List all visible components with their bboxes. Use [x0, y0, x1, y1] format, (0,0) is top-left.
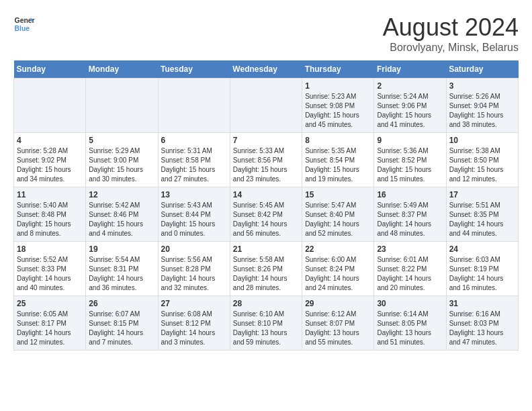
calendar-cell: 23Sunrise: 6:01 AM Sunset: 8:22 PM Dayli… — [374, 242, 446, 296]
day-info: Sunrise: 5:45 AM Sunset: 8:42 PM Dayligh… — [233, 201, 299, 238]
title-block: August 2024 Borovlyany, Minsk, Belarus — [383, 13, 519, 54]
calendar-cell: 20Sunrise: 5:56 AM Sunset: 8:28 PM Dayli… — [158, 242, 230, 296]
day-info: Sunrise: 5:43 AM Sunset: 8:44 PM Dayligh… — [161, 201, 227, 238]
calendar-week-3: 11Sunrise: 5:40 AM Sunset: 8:48 PM Dayli… — [14, 187, 519, 242]
calendar-cell: 27Sunrise: 6:08 AM Sunset: 8:12 PM Dayli… — [158, 296, 230, 351]
day-info: Sunrise: 5:29 AM Sunset: 9:00 PM Dayligh… — [89, 146, 154, 184]
day-info: Sunrise: 5:47 AM Sunset: 8:40 PM Dayligh… — [305, 201, 371, 238]
day-info: Sunrise: 6:14 AM Sunset: 8:05 PM Dayligh… — [377, 310, 443, 347]
calendar-cell: 7Sunrise: 5:33 AM Sunset: 8:56 PM Daylig… — [230, 133, 302, 187]
day-info: Sunrise: 5:31 AM Sunset: 8:58 PM Dayligh… — [161, 146, 227, 184]
calendar-cell: 30Sunrise: 6:14 AM Sunset: 8:05 PM Dayli… — [374, 296, 446, 351]
day-info: Sunrise: 6:07 AM Sunset: 8:15 PM Dayligh… — [89, 310, 154, 347]
calendar-week-1: 1Sunrise: 5:23 AM Sunset: 9:08 PM Daylig… — [14, 79, 519, 133]
page-header: General Blue August 2024 Borovlyany, Min… — [13, 13, 519, 54]
day-info: Sunrise: 5:42 AM Sunset: 8:46 PM Dayligh… — [89, 201, 154, 238]
calendar-cell: 3Sunrise: 5:26 AM Sunset: 9:04 PM Daylig… — [446, 79, 518, 133]
calendar-cell: 6Sunrise: 5:31 AM Sunset: 8:58 PM Daylig… — [158, 133, 230, 187]
calendar-cell: 2Sunrise: 5:24 AM Sunset: 9:06 PM Daylig… — [374, 79, 446, 133]
calendar-cell: 14Sunrise: 5:45 AM Sunset: 8:42 PM Dayli… — [230, 187, 302, 242]
calendar-cell — [14, 79, 86, 133]
calendar-cell — [230, 79, 302, 133]
day-number: 5 — [89, 136, 154, 145]
day-info: Sunrise: 5:24 AM Sunset: 9:06 PM Dayligh… — [377, 92, 443, 130]
calendar-cell: 11Sunrise: 5:40 AM Sunset: 8:48 PM Dayli… — [14, 187, 86, 242]
day-info: Sunrise: 6:05 AM Sunset: 8:17 PM Dayligh… — [17, 310, 83, 347]
weekday-header-tuesday: Tuesday — [158, 60, 230, 79]
day-number: 13 — [161, 190, 227, 199]
calendar-cell: 5Sunrise: 5:29 AM Sunset: 9:00 PM Daylig… — [86, 133, 158, 187]
day-number: 10 — [449, 136, 515, 145]
day-number: 19 — [89, 244, 154, 254]
day-info: Sunrise: 5:28 AM Sunset: 9:02 PM Dayligh… — [17, 146, 83, 184]
day-number: 9 — [377, 136, 443, 145]
calendar-week-2: 4Sunrise: 5:28 AM Sunset: 9:02 PM Daylig… — [14, 133, 519, 187]
calendar-cell: 4Sunrise: 5:28 AM Sunset: 9:02 PM Daylig… — [14, 133, 86, 187]
svg-text:Blue: Blue — [15, 25, 30, 32]
day-number: 31 — [449, 299, 515, 308]
day-info: Sunrise: 5:54 AM Sunset: 8:31 PM Dayligh… — [89, 255, 154, 293]
calendar-cell: 16Sunrise: 5:49 AM Sunset: 8:37 PM Dayli… — [374, 187, 446, 242]
day-info: Sunrise: 6:03 AM Sunset: 8:19 PM Dayligh… — [449, 255, 515, 293]
day-number: 30 — [377, 299, 443, 308]
day-info: Sunrise: 5:35 AM Sunset: 8:54 PM Dayligh… — [305, 146, 371, 184]
day-number: 2 — [377, 81, 443, 91]
calendar-cell: 31Sunrise: 6:16 AM Sunset: 8:03 PM Dayli… — [446, 296, 518, 351]
day-number: 7 — [233, 136, 299, 145]
day-number: 29 — [305, 299, 371, 308]
day-info: Sunrise: 5:52 AM Sunset: 8:33 PM Dayligh… — [17, 255, 83, 293]
day-info: Sunrise: 5:38 AM Sunset: 8:50 PM Dayligh… — [449, 146, 515, 184]
day-info: Sunrise: 6:01 AM Sunset: 8:22 PM Dayligh… — [377, 255, 443, 293]
day-number: 4 — [17, 136, 83, 145]
calendar-cell: 15Sunrise: 5:47 AM Sunset: 8:40 PM Dayli… — [302, 187, 374, 242]
day-number: 6 — [161, 136, 227, 145]
day-info: Sunrise: 5:49 AM Sunset: 8:37 PM Dayligh… — [377, 201, 443, 238]
weekday-header-sunday: Sunday — [14, 60, 86, 79]
weekday-header-row: SundayMondayTuesdayWednesdayThursdayFrid… — [14, 60, 519, 79]
calendar-cell: 10Sunrise: 5:38 AM Sunset: 8:50 PM Dayli… — [446, 133, 518, 187]
calendar-cell: 8Sunrise: 5:35 AM Sunset: 8:54 PM Daylig… — [302, 133, 374, 187]
calendar-cell: 17Sunrise: 5:51 AM Sunset: 8:35 PM Dayli… — [446, 187, 518, 242]
day-number: 20 — [161, 244, 227, 254]
day-info: Sunrise: 5:56 AM Sunset: 8:28 PM Dayligh… — [161, 255, 227, 293]
calendar-cell — [158, 79, 230, 133]
calendar-cell: 24Sunrise: 6:03 AM Sunset: 8:19 PM Dayli… — [446, 242, 518, 296]
subtitle: Borovlyany, Minsk, Belarus — [383, 42, 519, 54]
day-number: 27 — [161, 299, 227, 308]
logo: General Blue — [13, 13, 35, 35]
day-info: Sunrise: 5:23 AM Sunset: 9:08 PM Dayligh… — [305, 92, 371, 130]
weekday-header-thursday: Thursday — [302, 60, 374, 79]
day-number: 22 — [305, 244, 371, 254]
main-title: August 2024 — [383, 13, 519, 42]
day-number: 3 — [449, 81, 515, 91]
day-number: 1 — [305, 81, 371, 91]
calendar-cell: 28Sunrise: 6:10 AM Sunset: 8:10 PM Dayli… — [230, 296, 302, 351]
day-info: Sunrise: 5:26 AM Sunset: 9:04 PM Dayligh… — [449, 92, 515, 130]
calendar-cell: 25Sunrise: 6:05 AM Sunset: 8:17 PM Dayli… — [14, 296, 86, 351]
day-number: 11 — [17, 190, 83, 199]
day-info: Sunrise: 5:58 AM Sunset: 8:26 PM Dayligh… — [233, 255, 299, 293]
calendar-cell: 9Sunrise: 5:36 AM Sunset: 8:52 PM Daylig… — [374, 133, 446, 187]
day-info: Sunrise: 6:00 AM Sunset: 8:24 PM Dayligh… — [305, 255, 371, 293]
day-number: 28 — [233, 299, 299, 308]
logo-icon: General Blue — [13, 13, 35, 35]
day-number: 26 — [89, 299, 154, 308]
weekday-header-saturday: Saturday — [446, 60, 518, 79]
day-number: 21 — [233, 244, 299, 254]
day-info: Sunrise: 6:16 AM Sunset: 8:03 PM Dayligh… — [449, 310, 515, 347]
day-info: Sunrise: 6:12 AM Sunset: 8:07 PM Dayligh… — [305, 310, 371, 347]
calendar-week-4: 18Sunrise: 5:52 AM Sunset: 8:33 PM Dayli… — [14, 242, 519, 296]
day-number: 8 — [305, 136, 371, 145]
day-number: 18 — [17, 244, 83, 254]
calendar-table: SundayMondayTuesdayWednesdayThursdayFrid… — [13, 60, 519, 351]
day-info: Sunrise: 5:40 AM Sunset: 8:48 PM Dayligh… — [17, 201, 83, 238]
day-info: Sunrise: 5:36 AM Sunset: 8:52 PM Dayligh… — [377, 146, 443, 184]
calendar-cell: 12Sunrise: 5:42 AM Sunset: 8:46 PM Dayli… — [86, 187, 158, 242]
day-number: 17 — [449, 190, 515, 199]
day-info: Sunrise: 5:51 AM Sunset: 8:35 PM Dayligh… — [449, 201, 515, 238]
day-number: 23 — [377, 244, 443, 254]
day-info: Sunrise: 6:10 AM Sunset: 8:10 PM Dayligh… — [233, 310, 299, 347]
calendar-cell: 22Sunrise: 6:00 AM Sunset: 8:24 PM Dayli… — [302, 242, 374, 296]
calendar-week-5: 25Sunrise: 6:05 AM Sunset: 8:17 PM Dayli… — [14, 296, 519, 351]
weekday-header-monday: Monday — [86, 60, 158, 79]
